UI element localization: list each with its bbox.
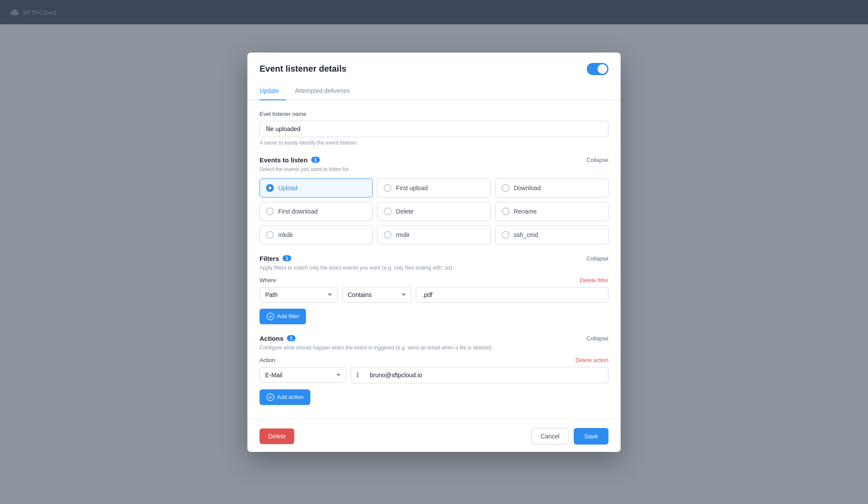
actions-title: Actions 1 — [260, 335, 296, 342]
actions-hint: Configure what should happen when the ev… — [260, 345, 608, 351]
event-label-ssh-cmd: ssh_cmd — [514, 231, 538, 238]
modal-body: Evet listener name A name to easily iden… — [247, 100, 621, 415]
actions-section: Actions 1 Collapse Configure what should… — [260, 335, 608, 405]
where-row: Where Delete filter — [260, 277, 608, 283]
event-option-rename[interactable]: Rename — [495, 202, 608, 221]
cancel-button[interactable]: Cancel — [531, 428, 569, 445]
save-button[interactable]: Save — [574, 428, 608, 445]
actions-section-header: Actions 1 Collapse — [260, 335, 608, 342]
radio-download — [502, 184, 510, 192]
modal-tabs: Update Attempted deliveries — [247, 79, 621, 100]
filters-hint: Apply filters to match only the exact ev… — [260, 265, 608, 271]
filters-section: Filters 1 Collapse Apply filters to matc… — [260, 255, 608, 324]
listener-name-input[interactable] — [260, 121, 608, 137]
action-info-icon: ℹ — [351, 367, 364, 383]
modal: Event listener details Update Attempted … — [247, 53, 621, 452]
modal-footer: Delete Cancel Save — [247, 419, 621, 452]
event-option-mkdir[interactable]: mkdir — [260, 225, 373, 244]
event-option-first-download[interactable]: First download — [260, 202, 373, 221]
add-filter-button[interactable]: + Add filter — [260, 309, 306, 324]
events-title: Events to listen 1 — [260, 156, 320, 164]
events-hint: Select the events you want to listen for… — [260, 166, 608, 172]
action-type-select[interactable]: E-Mail Webhook Slack — [260, 367, 346, 383]
event-label-mkdir: mkdir — [278, 231, 293, 238]
event-label-upload: Upload — [278, 184, 297, 191]
enabled-toggle[interactable] — [587, 63, 608, 75]
tab-update[interactable]: Update — [260, 84, 286, 100]
filter-value-input[interactable] — [416, 287, 608, 303]
delete-filter-btn[interactable]: Delete filter — [580, 277, 608, 283]
events-grid: Upload First upload Download — [260, 178, 608, 244]
add-filter-plus-icon: + — [266, 313, 274, 320]
actions-collapse-btn[interactable]: Collapse — [586, 335, 608, 342]
events-section-header: Events to listen 1 Collapse — [260, 156, 608, 164]
listener-name-label: Evet listener name — [260, 111, 608, 117]
radio-rmdir — [384, 231, 391, 239]
events-count-badge: 1 — [311, 157, 320, 163]
radio-mkdir — [266, 231, 274, 239]
radio-first-download — [266, 208, 274, 215]
event-label-rmdir: rmdir — [396, 231, 410, 238]
filters-collapse-btn[interactable]: Collapse — [586, 255, 608, 262]
action-row-header: Action Delete action — [260, 357, 608, 363]
action-label: Action — [260, 357, 275, 363]
event-option-rmdir[interactable]: rmdir — [377, 225, 490, 244]
radio-rename — [502, 208, 510, 215]
actions-count-badge: 1 — [287, 335, 296, 341]
filter-operator-select[interactable]: Contains Starts with Ends with Equals — [342, 287, 411, 303]
event-option-upload[interactable]: Upload — [260, 178, 373, 198]
delete-action-btn[interactable]: Delete action — [575, 357, 608, 363]
radio-first-upload — [384, 184, 391, 192]
filters-count-badge: 1 — [283, 255, 291, 261]
add-action-button[interactable]: + Add action — [260, 389, 310, 405]
events-section: Events to listen 1 Collapse Select the e… — [260, 156, 608, 244]
listener-name-hint: A name to easily identify the event list… — [260, 140, 608, 146]
filter-field-select[interactable]: Path Filename Extension — [260, 287, 338, 303]
filters-title: Filters 1 — [260, 255, 291, 262]
event-option-download[interactable]: Download — [495, 178, 608, 198]
event-label-rename: Rename — [514, 208, 537, 215]
action-email-input[interactable] — [364, 367, 608, 383]
event-option-delete[interactable]: Delete — [377, 202, 490, 221]
action-config-row: E-Mail Webhook Slack ℹ — [260, 367, 608, 383]
radio-ssh-cmd — [502, 231, 510, 239]
modal-backdrop: Event listener details Update Attempted … — [0, 0, 868, 504]
filters-section-header: Filters 1 Collapse — [260, 255, 608, 262]
event-label-first-download: First download — [278, 208, 318, 215]
event-option-first-upload[interactable]: First upload — [377, 178, 490, 198]
event-label-first-upload: First upload — [396, 184, 427, 191]
listener-name-field: Evet listener name A name to easily iden… — [260, 111, 608, 146]
events-collapse-btn[interactable]: Collapse — [586, 157, 608, 163]
tab-attempted-deliveries[interactable]: Attempted deliveries — [295, 84, 357, 100]
event-option-ssh-cmd[interactable]: ssh_cmd — [495, 225, 608, 244]
modal-title: Event listener details — [260, 64, 346, 74]
radio-delete — [384, 208, 391, 215]
footer-right: Cancel Save — [531, 428, 608, 445]
add-action-plus-icon: + — [266, 393, 274, 401]
event-label-delete: Delete — [396, 208, 413, 215]
radio-upload — [266, 184, 274, 192]
event-label-download: Download — [514, 184, 541, 191]
modal-header: Event listener details — [247, 53, 621, 75]
action-email-wrapper: ℹ — [351, 367, 608, 383]
delete-button[interactable]: Delete — [260, 428, 294, 444]
filter-row: Path Filename Extension Contains Starts … — [260, 287, 608, 303]
where-label: Where — [260, 277, 276, 283]
